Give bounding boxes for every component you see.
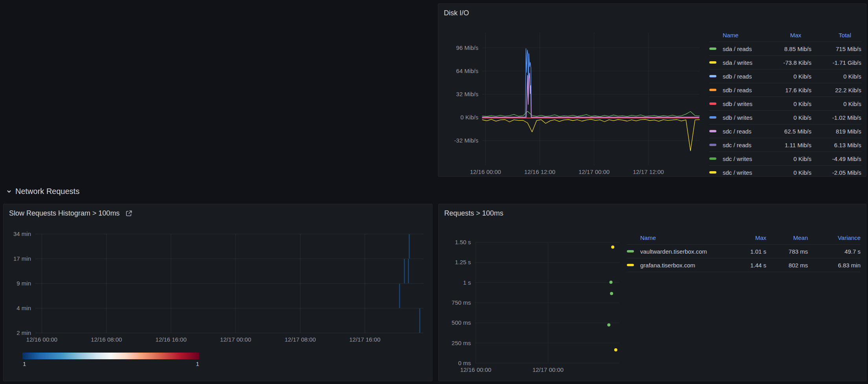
legend-series-row[interactable]: sdb / writes0 Kib/s-1.02 Mib/s [709,111,861,124]
legend-header-row: NameMaxMeanVariance [627,231,861,245]
svg-text:250 ms: 250 ms [452,340,471,346]
panel-title-text: Requests > 100ms [444,209,504,218]
requests-legend: NameMaxMeanVariancevaultwarden.tiserbox.… [627,231,861,272]
series-color-chip [709,48,716,50]
panel-requests-over-100ms: Requests > 100ms 12/16 00:0012/17 00:001… [438,204,866,381]
legend-value: 1.11 Mib/s [766,142,811,148]
legend-value: 6.13 Mib/s [811,142,861,148]
legend-value: 62.5 Mib/s [766,128,811,135]
legend-value: 49.7 s [808,248,861,255]
svg-text:12/17 16:00: 12/17 16:00 [349,336,380,343]
color-scale-max-label: 1 [187,360,199,367]
panel-title-text: Disk I/O [444,9,469,17]
svg-text:12/16 00:00: 12/16 00:00 [460,366,491,373]
svg-text:9 min: 9 min [16,280,31,287]
series-color-chip [709,89,716,91]
legend-series-row[interactable]: sdc / reads62.5 Mib/s819 Mib/s [709,124,861,138]
svg-text:96 Mib/s: 96 Mib/s [456,44,478,51]
series-name: sdc / writes [723,155,766,162]
legend-value: 715 Mib/s [811,46,861,52]
svg-text:0 Kib/s: 0 Kib/s [460,114,478,121]
series-name: sda / writes [723,59,766,66]
legend-series-row[interactable]: sdb / writes0 Kib/s0 Kib/s [709,97,861,111]
series-color-chip [709,157,716,160]
svg-text:64 Mib/s: 64 Mib/s [456,68,478,74]
legend-header-mean[interactable]: Mean [766,234,808,241]
legend-value: 17.6 Kib/s [766,87,811,93]
legend-value: 819 Mib/s [811,128,861,135]
legend-series-row[interactable]: sdc / writes0 Kib/s-2.05 Mib/s [709,166,861,177]
legend-series-row[interactable]: sdb / reads0 Kib/s0 Kib/s [709,69,861,83]
legend-header-total[interactable]: Total [811,32,861,38]
series-color-chip [627,250,634,252]
legend-header-row: NameMaxTotal [709,28,861,42]
panel-title-requests[interactable]: Requests > 100ms [444,209,504,218]
series-color-chip [709,102,716,105]
legend-header-name[interactable]: Name [709,32,766,38]
legend-series-row[interactable]: sda / reads8.85 Mib/s715 Mib/s [709,42,861,56]
legend-series-row[interactable]: sdb / reads17.6 Kib/s22.2 Kib/s [709,83,861,97]
legend-value: -1.71 Gib/s [811,59,861,66]
external-link-icon[interactable] [125,210,133,217]
legend-value: -4.49 Mib/s [811,155,861,162]
legend-value: -2.05 Mib/s [811,169,861,176]
legend-value: 0 Kib/s [766,155,811,162]
series-name: sdb / writes [723,114,766,121]
legend-value: -73.8 Kib/s [766,59,811,66]
svg-text:4 min: 4 min [16,305,31,311]
legend-series-row[interactable]: vaultwarden.tiserbox.com1.01 s783 ms49.7… [627,245,861,258]
section-header-network-requests[interactable]: Network Requests [6,187,79,196]
series-color-chip [709,75,716,77]
svg-text:1 s: 1 s [463,279,471,286]
legend-value: 783 ms [766,248,808,255]
color-scale-min-label: 1 [23,360,26,367]
svg-text:12/17 00:00: 12/17 00:00 [533,366,564,373]
panel-title-slow-requests-histogram[interactable]: Slow Requests Histogram > 100ms [9,209,133,218]
legend-value: 6.83 min [808,262,861,269]
series-name: sdc / reads [723,142,766,148]
legend-series-row[interactable]: sdc / writes0 Kib/s-4.49 Mib/s [709,152,861,166]
legend-header-max[interactable]: Max [723,234,766,241]
panel-title-disk-io[interactable]: Disk I/O [444,9,469,17]
series-name: sda / reads [723,46,766,52]
legend-header-max[interactable]: Max [766,32,811,38]
disk-io-legend: NameMaxTotalsda / reads8.85 Mib/s715 Mib… [709,28,861,177]
series-color-chip [709,116,716,119]
series-name: grafana.tiserbox.com [640,262,723,269]
color-scale-gradient [22,353,199,359]
section-title: Network Requests [15,187,79,196]
legend-value: 0 Kib/s [811,73,861,80]
series-name: sdb / reads [723,87,766,93]
legend-header-variance[interactable]: Variance [808,234,861,241]
svg-text:12/16 12:00: 12/16 12:00 [524,168,555,175]
legend-series-row[interactable]: sda / writes-73.8 Kib/s-1.71 Gib/s [709,56,861,69]
svg-text:1.25 s: 1.25 s [455,259,471,265]
legend-value: 0 Kib/s [766,114,811,121]
svg-text:750 ms: 750 ms [452,299,471,306]
svg-text:500 ms: 500 ms [452,319,471,326]
svg-text:34 min: 34 min [13,230,31,237]
series-color-chip [627,264,634,266]
series-color-chip [709,144,716,146]
legend-value: 22.2 Kib/s [811,87,861,93]
svg-text:0 ms: 0 ms [458,360,471,366]
svg-text:17 min: 17 min [13,255,31,262]
legend-value: -1.02 Mib/s [811,114,861,121]
legend-series-row[interactable]: sdc / reads1.11 Mib/s6.13 Mib/s [709,138,861,152]
svg-text:12/16 08:00: 12/16 08:00 [91,336,122,343]
series-name: sdc / reads [723,128,766,135]
legend-value: 0 Kib/s [766,101,811,107]
legend-value: 8.85 Mib/s [766,46,811,52]
legend-value: 1.44 s [723,262,766,269]
legend-header-name[interactable]: Name [627,234,723,241]
series-color-chip [709,130,716,132]
series-color-chip [709,61,716,64]
legend-value: 0 Kib/s [766,169,811,176]
legend-value: 0 Kib/s [811,101,861,107]
chevron-down-icon [6,189,12,194]
series-name: sdc / writes [723,169,766,176]
legend-series-row[interactable]: grafana.tiserbox.com1.44 s802 ms6.83 min [627,258,861,272]
svg-text:12/16 00:00: 12/16 00:00 [26,336,57,343]
series-name: vaultwarden.tiserbox.com [640,248,723,255]
svg-text:12/17 08:00: 12/17 08:00 [285,336,316,343]
